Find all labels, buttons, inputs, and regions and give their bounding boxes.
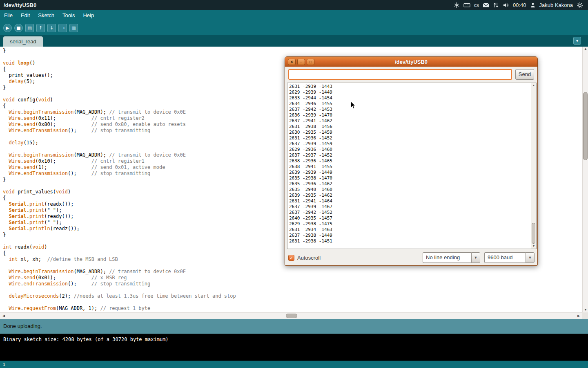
serial-line: 2631 -2939 -1443 bbox=[289, 84, 529, 90]
mail-icon[interactable] bbox=[483, 2, 489, 8]
close-button[interactable]: × bbox=[288, 59, 296, 65]
menu-tools[interactable]: Tools bbox=[58, 10, 79, 21]
desktop-top-panel: /dev/ttyUSB0 cs 00:40 Jakub Kakona bbox=[0, 0, 588, 10]
code-line: Wire.beginTransmission(MAG_ADDR); // tra… bbox=[3, 269, 582, 275]
serial-line: 2635 -2938 -1470 bbox=[289, 175, 529, 181]
screen: /dev/ttyUSB0 cs 00:40 Jakub Kakona bbox=[0, 0, 588, 368]
autoscroll-checkbox[interactable]: ✓ bbox=[288, 255, 294, 261]
scroll-down-arrow-icon[interactable]: ▼ bbox=[531, 244, 536, 249]
code-line: delayMicroseconds(2); //needs at least 1… bbox=[3, 293, 582, 299]
serial-line: 2631 -2941 -1464 bbox=[289, 198, 529, 204]
line-number-indicator: 1 bbox=[0, 361, 588, 368]
open-button[interactable]: ↑ bbox=[36, 24, 45, 32]
code-line: Wire.requestFrom(MAG_ADDR, 1); // reques… bbox=[3, 305, 582, 312]
line-ending-value: No line ending bbox=[423, 252, 471, 263]
menu-help[interactable]: Help bbox=[79, 10, 98, 21]
code-line: Wire.endTransmission(); // stop transmit… bbox=[3, 281, 582, 287]
tab-strip: serial_read ▾ bbox=[0, 35, 588, 47]
serial-line: 2635 -2936 -1462 bbox=[289, 181, 529, 187]
new-sketch-button[interactable]: ▤ bbox=[25, 24, 34, 32]
tab-menu-button[interactable]: ▾ bbox=[573, 37, 581, 45]
serial-line: 2637 -2941 -1462 bbox=[289, 118, 529, 124]
scroll-down-arrow-icon[interactable]: ▼ bbox=[583, 307, 588, 312]
horizontal-scroll-thumb[interactable] bbox=[286, 314, 297, 318]
serial-line: 2630 -2935 -1459 bbox=[289, 130, 529, 135]
serial-scroll-thumb[interactable] bbox=[532, 223, 535, 244]
keyboard-layout-indicator[interactable]: cs bbox=[474, 2, 479, 8]
transfer-arrows-icon[interactable] bbox=[493, 2, 499, 8]
serial-line: 2638 -2941 -1455 bbox=[289, 164, 529, 170]
clock[interactable]: 00:40 bbox=[513, 2, 526, 8]
serial-line: 2633 -2944 -1454 bbox=[289, 95, 529, 101]
menu-file[interactable]: File bbox=[0, 10, 17, 21]
window-controls: × − □ bbox=[285, 59, 314, 65]
serial-line: 2637 -2942 -1453 bbox=[289, 107, 529, 112]
serial-output-area[interactable]: 2631 -2939 -14432629 -2939 -14492633 -29… bbox=[287, 83, 537, 249]
line-ending-dropdown[interactable]: No line ending ▼ bbox=[423, 252, 480, 263]
menu-sketch[interactable]: Sketch bbox=[34, 10, 58, 21]
serial-line: 2637 -2937 -1452 bbox=[289, 153, 529, 158]
serial-line: 2631 -2938 -1451 bbox=[289, 238, 529, 244]
scroll-up-arrow-icon[interactable]: ▲ bbox=[531, 83, 536, 88]
serial-line: 2636 -2939 -1470 bbox=[289, 112, 529, 118]
scroll-up-arrow-icon[interactable]: ▲ bbox=[583, 47, 588, 52]
serial-window-titlebar[interactable]: /dev/ttyUSB0 × − □ bbox=[285, 57, 537, 67]
baud-rate-dropdown[interactable]: 9600 baud ▼ bbox=[484, 252, 535, 263]
serial-input[interactable] bbox=[288, 69, 512, 80]
serial-line: 2639 -2935 -1462 bbox=[289, 193, 529, 198]
volume-icon[interactable] bbox=[503, 2, 509, 8]
system-tray: cs 00:40 Jakub Kakona bbox=[454, 2, 588, 9]
serial-output-scrollbar[interactable]: ▲ ▼ bbox=[531, 83, 536, 249]
vertical-scroll-thumb[interactable] bbox=[583, 92, 588, 160]
window-title: /dev/ttyUSB0 bbox=[0, 2, 36, 8]
status-bar: Done uploading. bbox=[0, 319, 588, 334]
user-icon bbox=[530, 2, 536, 8]
indicator-icon[interactable] bbox=[454, 2, 460, 8]
username[interactable]: Jakub Kakona bbox=[539, 2, 573, 8]
menu-bar: FileEditSketchToolsHelp bbox=[0, 10, 588, 21]
serial-line: 2631 -2936 -1452 bbox=[289, 135, 529, 141]
scroll-right-arrow-icon[interactable]: ▶ bbox=[576, 313, 581, 319]
upload-button[interactable]: → bbox=[58, 24, 67, 32]
editor-vertical-scrollbar[interactable]: ▲ ▼ bbox=[582, 47, 588, 312]
scrollbar-corner bbox=[582, 312, 588, 319]
stop-button[interactable]: ■ bbox=[14, 24, 23, 32]
mouse-cursor bbox=[350, 101, 356, 111]
console-output: Binary sketch size: 4208 bytes (of a 307… bbox=[0, 334, 588, 361]
serial-line: 2638 -2936 -1465 bbox=[289, 158, 529, 164]
serial-line: 2637 -2942 -1452 bbox=[289, 210, 529, 215]
scroll-left-arrow-icon[interactable]: ◀ bbox=[1, 313, 7, 319]
toolbar: ▶■▤↑↓→▥ bbox=[0, 21, 588, 35]
chevron-down-icon[interactable]: ▼ bbox=[471, 252, 480, 263]
serial-output-text[interactable]: 2631 -2939 -14432629 -2939 -14492633 -29… bbox=[287, 83, 531, 249]
code-line: Wire.send(0x01); // x MSB reg bbox=[3, 275, 582, 281]
code-line bbox=[3, 287, 582, 293]
chevron-down-icon[interactable]: ▼ bbox=[526, 252, 535, 263]
serial-window-title: /dev/ttyUSB0 bbox=[285, 59, 537, 65]
serial-line: 2635 -2940 -1460 bbox=[289, 187, 529, 193]
send-button[interactable]: Send bbox=[515, 69, 534, 80]
save-button[interactable]: ↓ bbox=[47, 24, 56, 32]
code-line bbox=[3, 299, 582, 305]
menu-edit[interactable]: Edit bbox=[17, 10, 34, 21]
serial-line: 2640 -2935 -1457 bbox=[289, 215, 529, 221]
serial-monitor-button[interactable]: ▥ bbox=[69, 24, 78, 32]
maximize-button[interactable]: □ bbox=[307, 59, 314, 65]
editor-horizontal-scrollbar[interactable]: ◀ ▶ bbox=[0, 312, 582, 319]
serial-monitor-window: /dev/ttyUSB0 × − □ Send 2631 -2939 -1443… bbox=[285, 56, 538, 266]
serial-line: 2637 -2938 -1449 bbox=[289, 233, 529, 238]
minimize-button[interactable]: − bbox=[297, 59, 305, 65]
verify-button[interactable]: ▶ bbox=[3, 24, 12, 32]
serial-line: 2639 -2939 -1449 bbox=[289, 170, 529, 175]
code-line: } bbox=[3, 48, 582, 54]
keyboard-icon[interactable] bbox=[463, 2, 470, 8]
autoscroll-label: Autoscroll bbox=[297, 255, 321, 261]
serial-line: 2637 -2939 -1459 bbox=[289, 141, 529, 147]
serial-line: 2629 -2939 -1449 bbox=[289, 90, 529, 95]
tab-serial-read[interactable]: serial_read bbox=[3, 36, 43, 47]
serial-line: 2629 -2936 -1460 bbox=[289, 147, 529, 153]
serial-line: 2629 -2938 -1475 bbox=[289, 221, 529, 227]
serial-line: 2631 -2938 -1456 bbox=[289, 124, 529, 130]
serial-input-row: Send bbox=[288, 69, 534, 80]
gear-icon[interactable] bbox=[577, 2, 583, 9]
